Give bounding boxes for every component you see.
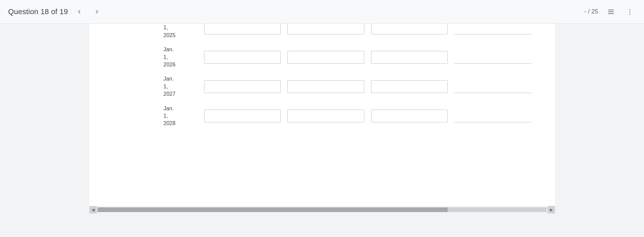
input-cell-2027-3 bbox=[371, 80, 448, 93]
table-row: Jan. 1, 2028 bbox=[164, 105, 535, 127]
input-cell-2028-2 bbox=[287, 110, 364, 122]
table-row: Jan. 1, 2026 bbox=[164, 46, 535, 68]
input-2027-col2[interactable] bbox=[287, 80, 364, 93]
input-2028-col3[interactable] bbox=[371, 110, 448, 122]
input-cell-2027-2 bbox=[287, 80, 364, 93]
input-2027-col1[interactable] bbox=[204, 80, 281, 93]
svg-point-7 bbox=[629, 11, 631, 12]
input-cell-2027-1 bbox=[204, 80, 281, 93]
date-label-2028: Jan. 1, 2028 bbox=[164, 105, 201, 127]
input-cell-2027-4 bbox=[454, 80, 531, 93]
input-cell-2026-2 bbox=[287, 51, 364, 64]
input-2026-col2[interactable] bbox=[287, 51, 364, 64]
score-text: - / 25 bbox=[584, 8, 598, 15]
header: Question 18 of 19 - / 25 bbox=[0, 0, 644, 24]
svg-point-8 bbox=[629, 13, 631, 14]
input-2028-col4[interactable] bbox=[454, 110, 531, 122]
content-area: 2024 Jan. 1, 2025 bbox=[89, 0, 555, 213]
input-2027-col3[interactable] bbox=[371, 80, 448, 93]
input-cell-2026-1 bbox=[204, 51, 281, 64]
more-options-button[interactable] bbox=[624, 6, 636, 18]
date-label-2026: Jan. 1, 2026 bbox=[164, 46, 201, 68]
date-label-2027: Jan. 1, 2027 bbox=[164, 75, 201, 98]
input-cell-2028-4 bbox=[454, 110, 531, 122]
list-view-button[interactable] bbox=[605, 6, 617, 18]
scroll-right-button[interactable]: ▶ bbox=[548, 206, 555, 213]
scroll-thumb[interactable] bbox=[97, 207, 448, 212]
input-cell-2028-1 bbox=[204, 110, 281, 122]
horizontal-scrollbar: ◀ ▶ bbox=[89, 206, 555, 213]
input-2026-col3[interactable] bbox=[371, 51, 448, 64]
input-2026-col4[interactable] bbox=[454, 51, 531, 64]
input-cell-2026-4 bbox=[454, 51, 531, 64]
table-row: Jan. 1, 2027 bbox=[164, 75, 535, 98]
input-2027-col4[interactable] bbox=[454, 80, 531, 93]
input-2028-col1[interactable] bbox=[204, 110, 281, 122]
input-cell-2028-3 bbox=[371, 110, 448, 122]
header-left: Question 18 of 19 bbox=[8, 6, 103, 18]
prev-question-button[interactable] bbox=[73, 6, 85, 18]
next-question-button[interactable] bbox=[91, 6, 103, 18]
scroll-left-button[interactable]: ◀ bbox=[89, 206, 97, 213]
question-title: Question 18 of 19 bbox=[8, 7, 68, 16]
svg-point-6 bbox=[629, 9, 631, 10]
scroll-track bbox=[97, 207, 547, 212]
header-right: - / 25 bbox=[584, 6, 636, 18]
input-cell-2026-3 bbox=[371, 51, 448, 64]
input-2028-col2[interactable] bbox=[287, 110, 364, 122]
input-2026-col1[interactable] bbox=[204, 51, 281, 64]
